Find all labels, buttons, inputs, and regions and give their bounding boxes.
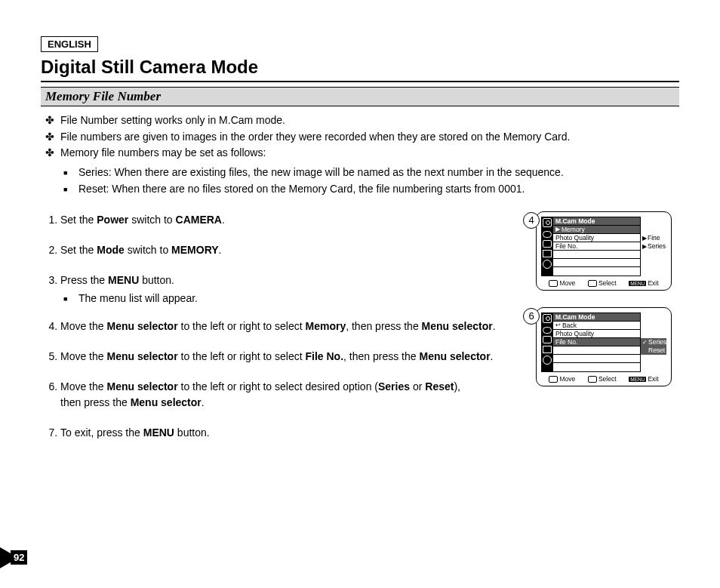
note-item: File Number setting works only in M.Cam … [60, 112, 679, 129]
option-value: ▶Fine [641, 234, 666, 242]
screen-figure-6: 6 M.Cam Mode ↩Back Photo Quality File No… [536, 307, 672, 386]
display-icon [543, 250, 552, 257]
arrow-right-icon: ▶ [642, 243, 647, 251]
options-column: ✓Series ✓Reset [641, 312, 666, 372]
move-icon [549, 376, 558, 383]
menu-item-empty [553, 251, 640, 259]
tape-icon [543, 240, 552, 248]
menu-item-empty [553, 346, 640, 355]
arrow-right-icon: ▶ [642, 235, 647, 242]
step-item: To exit, press the MENU button. [60, 425, 679, 442]
camera-icon [543, 314, 552, 323]
option-value: ▶Series [641, 242, 666, 251]
menu-item-empty [553, 259, 640, 267]
menu-badge-icon: MENU [629, 281, 646, 286]
menu-header: M.Cam Mode [553, 313, 640, 322]
select-icon [588, 376, 597, 383]
cloud-icon [543, 231, 552, 238]
language-label: ENGLISH [41, 36, 98, 52]
page-number-badge: 92 [0, 547, 36, 568]
back-arrow-icon: ↩ [555, 322, 561, 329]
sub-notes-list: Series: When there are existing files, t… [41, 165, 679, 197]
menu-item-empty [553, 363, 640, 371]
icon-column [541, 217, 553, 276]
page-title: Digital Still Camera Mode [41, 57, 679, 82]
menu-item-back: ↩Back [553, 322, 640, 330]
gear-icon [543, 356, 552, 365]
select-icon [588, 280, 597, 287]
menu-item-selected: File No. [553, 338, 640, 346]
options-column: ▶Fine ▶Series [641, 217, 666, 276]
menu-item-selected: ▶Memory [553, 226, 640, 234]
option-value-selected: ✓Series [641, 338, 666, 346]
menu-list: M.Cam Mode ↩Back Photo Quality File No. [553, 312, 641, 372]
gear-icon [543, 260, 552, 269]
camera-icon [543, 218, 552, 227]
menu-item: Photo Quality [553, 330, 640, 338]
note-item: File numbers are given to images in the … [60, 129, 679, 146]
menu-badge-icon: MENU [629, 377, 646, 382]
check-icon: ✓ [642, 339, 648, 346]
sub-note-item: Series: When there are existing files, t… [78, 165, 679, 181]
step-badge: 6 [523, 308, 540, 325]
move-icon [549, 280, 558, 287]
footer-hints: Move Select MENUExit [541, 374, 666, 383]
figure-panel: 4 M.Cam Mode ▶Memory Photo Quality File … [536, 211, 687, 403]
footer-hints: Move Select MENUExit [541, 278, 666, 287]
display-icon [543, 346, 552, 353]
arrow-right-icon: ▶ [555, 226, 560, 233]
manual-page: ENGLISH Digital Still Camera Mode Memory… [0, 0, 720, 588]
menu-header: M.Cam Mode [553, 217, 640, 226]
menu-item: File No. [553, 242, 640, 251]
cloud-icon [543, 327, 552, 334]
step-badge: 4 [523, 212, 540, 229]
menu-item: Photo Quality [553, 234, 640, 242]
notes-list: File Number setting works only in M.Cam … [41, 112, 679, 162]
icon-column [541, 312, 553, 372]
tape-icon [543, 336, 552, 343]
page-number: 92 [11, 550, 27, 565]
section-title: Memory File Number [41, 87, 679, 106]
menu-item-empty [553, 267, 640, 276]
sub-note-item: Reset: When there are no files stored on… [78, 181, 679, 198]
option-value: ✓Reset [641, 346, 666, 355]
note-item: Memory file numbers may be set as follow… [60, 145, 679, 162]
menu-item-empty [553, 355, 640, 363]
screen-figure-4: 4 M.Cam Mode ▶Memory Photo Quality File … [536, 211, 672, 291]
menu-list: M.Cam Mode ▶Memory Photo Quality File No… [553, 217, 641, 276]
